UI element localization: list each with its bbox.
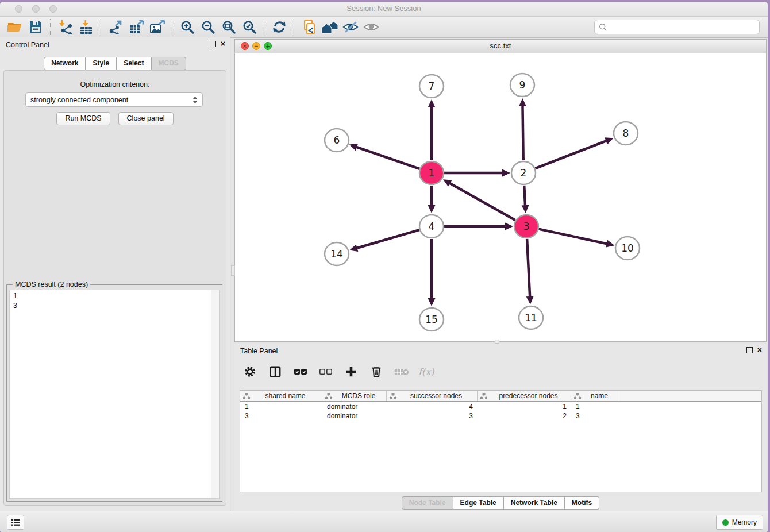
close-panel-icon[interactable]: ×: [757, 346, 762, 353]
toggle-panes-icon[interactable]: [267, 363, 284, 380]
table-cell[interactable]: 3: [240, 411, 322, 421]
graph-node-3[interactable]: 3: [514, 215, 538, 238]
export-table-icon[interactable]: [126, 18, 147, 36]
tab-network[interactable]: Network: [44, 57, 86, 70]
column-header-successor-nodes[interactable]: successor nodes: [387, 391, 478, 401]
graph-node-6[interactable]: 6: [325, 129, 349, 152]
criterion-select[interactable]: strongly connected component: [25, 92, 203, 107]
run-mcds-button[interactable]: Run MCDS: [56, 112, 110, 125]
network-window-titlebar[interactable]: × − + scc.txt: [235, 40, 766, 53]
tab-motifs[interactable]: Motifs: [565, 496, 599, 510]
tab-select[interactable]: Select: [117, 57, 151, 70]
graph-node-4[interactable]: 4: [419, 215, 444, 238]
table-cell[interactable]: dominator: [322, 402, 387, 411]
svg-text:6: 6: [334, 134, 340, 146]
settings-icon[interactable]: [241, 363, 259, 380]
graph-edge-1-2[interactable]: [444, 169, 510, 177]
table-row[interactable]: 3dominator323: [240, 411, 761, 421]
graph-node-15[interactable]: 15: [419, 308, 444, 331]
add-column-icon[interactable]: [342, 363, 360, 380]
delete-column-icon[interactable]: [368, 363, 385, 380]
save-session-icon[interactable]: [25, 18, 46, 36]
toolbar-separator: [294, 19, 295, 35]
graph-edge-2-8[interactable]: [536, 137, 614, 168]
tab-mcds[interactable]: MCDS: [152, 57, 186, 70]
panel-divider-handle[interactable]: [231, 265, 235, 276]
column-header-predecessor-nodes[interactable]: predecessor nodes: [478, 391, 571, 401]
graph-node-10[interactable]: 10: [615, 237, 640, 260]
table-cell[interactable]: 3: [387, 411, 478, 421]
zoom-fit-icon[interactable]: [218, 18, 239, 36]
search-field[interactable]: [594, 20, 760, 34]
zoom-selected-icon[interactable]: [239, 18, 260, 36]
tab-network-table[interactable]: Network Table: [504, 496, 565, 510]
table-body: 1dominator4113dominator323: [240, 402, 761, 421]
table-cell[interactable]: dominator: [322, 411, 387, 421]
close-panel-icon[interactable]: ×: [221, 40, 225, 47]
graph-edge-4-14[interactable]: [349, 230, 419, 252]
table-cell[interactable]: 3: [571, 411, 619, 421]
search-input[interactable]: [610, 21, 759, 33]
table-cell[interactable]: 4: [387, 402, 478, 411]
refresh-view-icon[interactable]: [269, 18, 290, 36]
graph-node-2[interactable]: 2: [511, 161, 536, 184]
tab-style[interactable]: Style: [86, 57, 117, 70]
duplicate-network-icon[interactable]: [299, 18, 319, 36]
graph-edge-3-10[interactable]: [539, 229, 615, 248]
export-network-icon[interactable]: [106, 18, 126, 36]
task-history-button[interactable]: [7, 515, 24, 530]
graph-edge-3-1[interactable]: [443, 179, 515, 220]
open-session-icon[interactable]: [5, 18, 25, 36]
tab-edge-table[interactable]: Edge Table: [453, 496, 504, 510]
table-cell[interactable]: 2: [478, 411, 571, 421]
zoom-out-icon[interactable]: [198, 18, 218, 36]
network-canvas[interactable]: 7968124314101511: [235, 53, 766, 341]
select-all-icon[interactable]: [292, 363, 309, 380]
import-table-icon[interactable]: [76, 18, 97, 36]
delete-table-icon[interactable]: [393, 363, 410, 380]
function-builder-icon[interactable]: f(x): [418, 367, 434, 377]
optimization-criterion-label: Optimization criterion:: [4, 80, 226, 88]
graph-edge-2-9[interactable]: [519, 98, 526, 160]
table-cell[interactable]: 1: [478, 402, 571, 411]
graph-node-7[interactable]: 7: [419, 75, 444, 98]
column-header-name[interactable]: name: [571, 391, 619, 401]
show-all-icon[interactable]: [361, 18, 382, 36]
graph-edge-4-3[interactable]: [444, 223, 513, 230]
export-image-icon[interactable]: [147, 18, 168, 36]
graph-node-14[interactable]: 14: [325, 242, 349, 265]
graph-node-11[interactable]: 11: [519, 306, 543, 329]
tab-node-table[interactable]: Node Table: [402, 496, 453, 510]
float-panel-icon[interactable]: [210, 41, 216, 47]
first-neighbors-icon[interactable]: [319, 18, 340, 36]
graph-edge-4-15[interactable]: [428, 239, 436, 306]
column-header-mcds-role[interactable]: MCDS role: [322, 391, 387, 401]
table-row[interactable]: 1dominator411: [240, 402, 761, 411]
graph-edge-1-6[interactable]: [349, 144, 419, 169]
hide-selected-icon[interactable]: [340, 18, 361, 36]
table-panel-title: Table Panel: [240, 347, 278, 355]
float-panel-icon[interactable]: [746, 347, 753, 353]
graph-node-8[interactable]: 8: [614, 122, 638, 145]
table-cell[interactable]: 1: [571, 402, 619, 411]
window-resize-handle[interactable]: [495, 340, 499, 344]
close-panel-button[interactable]: Close panel: [118, 112, 174, 125]
graph-node-9[interactable]: 9: [510, 74, 534, 97]
table-cell[interactable]: 1: [240, 402, 322, 411]
result-scrollbar[interactable]: [211, 290, 219, 498]
mcds-result-list[interactable]: 13: [9, 290, 220, 499]
zoom-in-icon[interactable]: [177, 18, 198, 36]
column-header-shared-name[interactable]: shared name: [240, 391, 322, 401]
mcds-result-item[interactable]: 3: [13, 301, 17, 311]
window-titlebar[interactable]: Session: New Session: [0, 2, 768, 17]
graph-node-1[interactable]: 1: [419, 161, 444, 184]
memory-button[interactable]: Memory: [716, 515, 763, 530]
import-network-icon[interactable]: [55, 18, 76, 36]
chevron-updown-icon: [192, 96, 198, 104]
graph-edge-2-3[interactable]: [522, 186, 529, 213]
graph-edge-1-4[interactable]: [428, 186, 436, 213]
mcds-result-item[interactable]: 1: [13, 291, 17, 301]
graph-edge-3-11[interactable]: [526, 239, 534, 304]
deselect-all-icon[interactable]: [317, 363, 334, 380]
graph-edge-1-7[interactable]: [428, 99, 436, 160]
